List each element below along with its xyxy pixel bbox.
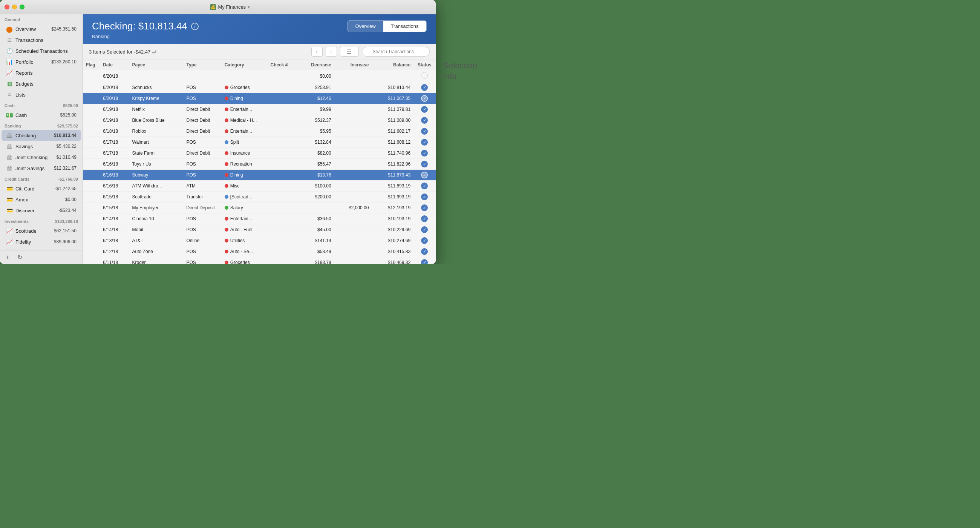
status-check-icon[interactable]: ✓ <box>421 95 428 102</box>
col-header-check[interactable]: Check # <box>267 60 297 70</box>
cell-status[interactable]: ✓ <box>414 257 435 264</box>
status-check-icon[interactable]: ✓ <box>421 183 428 189</box>
status-check-icon[interactable]: ✓ <box>421 172 428 179</box>
cell-status[interactable]: ✓ <box>414 191 435 203</box>
transactions-table-container[interactable]: Flag Date Payee Type Category Check # De… <box>83 60 436 264</box>
cell-status[interactable]: ✓ <box>414 93 435 104</box>
table-row[interactable]: 6/16/18ATM Withdra...ATMMisc$100.00$11,8… <box>83 181 436 191</box>
table-row[interactable]: 6/17/18WalmartPOSSplit$132.84$11,608.12✓ <box>83 137 436 148</box>
status-check-icon[interactable]: ✓ <box>421 150 428 156</box>
cell-type: ATM <box>184 181 222 191</box>
add-transaction-button[interactable]: + <box>311 47 323 57</box>
cell-payee: Subway <box>129 170 184 181</box>
sort-button[interactable]: ↕ <box>326 47 337 57</box>
search-input[interactable] <box>362 47 430 57</box>
table-row[interactable]: 6/12/18Auto ZonePOSAuto - Se...$53.49$10… <box>83 246 436 257</box>
status-check-icon[interactable]: ✓ <box>421 248 428 255</box>
cell-status[interactable]: ✓ <box>414 203 435 214</box>
col-header-balance[interactable]: Balance <box>372 60 414 70</box>
sidebar-item-reports[interactable]: 📈 Reports <box>2 67 81 78</box>
col-header-category[interactable]: Category <box>222 60 267 70</box>
sidebar-item-fidelity[interactable]: 📈 Fidelity $39,906.00 <box>2 236 81 247</box>
sidebar-item-savings[interactable]: 🏛 Savings $5,430.22 <box>2 141 81 152</box>
sidebar-item-amex[interactable]: 💳 Amex $0.00 <box>2 194 81 205</box>
table-row[interactable]: 6/15/18My EmployerDirect DepositSalary$2… <box>83 203 436 214</box>
title-dropdown-icon[interactable]: ▾ <box>248 5 250 10</box>
cell-status[interactable]: ✓ <box>414 246 435 257</box>
sidebar-section-credit: Credit Cards -$1,766.09 <box>0 174 83 183</box>
cell-status[interactable]: ✓ <box>414 82 435 93</box>
status-check-icon[interactable]: ✓ <box>421 106 428 113</box>
col-header-type[interactable]: Type <box>184 60 222 70</box>
sidebar-item-transactions[interactable]: ☰ Transactions <box>2 35 81 45</box>
table-row[interactable]: 6/14/18Cinema 10POSEntertain...$36.50$10… <box>83 214 436 224</box>
status-empty-icon[interactable] <box>421 72 428 79</box>
status-check-icon[interactable]: ✓ <box>421 139 428 145</box>
col-header-payee[interactable]: Payee <box>129 60 184 70</box>
status-check-icon[interactable]: ✓ <box>421 259 428 264</box>
overview-button[interactable]: Overview <box>347 21 383 32</box>
cell-status[interactable]: ✓ <box>414 214 435 224</box>
status-check-icon[interactable]: ✓ <box>421 204 428 211</box>
sidebar-item-citi[interactable]: 💳 Citi Card -$1,242.65 <box>2 183 81 194</box>
col-header-decrease[interactable]: Decrease <box>297 60 334 70</box>
table-row[interactable]: 6/16/18SubwayPOSDining$13.76$11,879.43✓ <box>83 170 436 181</box>
table-row[interactable]: 6/13/18AT&TOnlineUtilities$141.14$10,274… <box>83 235 436 246</box>
cell-status[interactable]: ✓ <box>414 224 435 235</box>
sidebar-item-scheduled[interactable]: 🕐 Scheduled Transactions <box>2 46 81 56</box>
cell-status[interactable]: ✓ <box>414 104 435 115</box>
table-row[interactable]: 6/20/18SchnucksPOSGroceries$253.91$10,81… <box>83 82 436 93</box>
cell-date: 6/19/18 <box>100 104 129 115</box>
col-header-increase[interactable]: Increase <box>334 60 372 70</box>
cell-balance: $11,893.19 <box>372 181 414 191</box>
cell-status[interactable]: ✓ <box>414 181 435 191</box>
transactions-button[interactable]: Transactions <box>383 21 426 32</box>
sidebar-item-lists[interactable]: ≡ Lists <box>2 89 81 100</box>
col-header-flag: Flag <box>83 60 100 70</box>
status-check-icon[interactable]: ✓ <box>421 84 428 91</box>
sidebar-item-budgets[interactable]: ▦ Budgets <box>2 78 81 89</box>
status-check-icon[interactable]: ✓ <box>421 215 428 222</box>
sidebar-item-checking[interactable]: 🏛 Checking $10,813.44 <box>2 130 81 141</box>
sidebar-item-overview[interactable]: ⬤ Overview $245,351.50 <box>2 24 81 34</box>
cell-status[interactable]: ✓ <box>414 148 435 159</box>
sidebar-item-joint-checking[interactable]: 🏛 Joint Checking $1,010.49 <box>2 152 81 163</box>
minimize-button[interactable] <box>12 5 17 10</box>
table-row[interactable]: 6/14/18MobilPOSAuto - Fuel$45.00$10,229.… <box>83 224 436 235</box>
cell-status[interactable]: ✓ <box>414 115 435 126</box>
status-check-icon[interactable]: ✓ <box>421 161 428 167</box>
account-info-icon[interactable]: i <box>191 22 199 30</box>
sidebar-item-discover[interactable]: 💳 Discover -$523.44 <box>2 205 81 216</box>
status-check-icon[interactable]: ✓ <box>421 117 428 124</box>
status-check-icon[interactable]: ✓ <box>421 193 428 200</box>
sidebar-item-portfolio[interactable]: 📊 Portfolio $133,260.10 <box>2 57 81 67</box>
cell-status[interactable] <box>414 70 435 82</box>
cell-status[interactable]: ✓ <box>414 126 435 137</box>
sidebar-item-scottrade[interactable]: 📈 Scottrade $62,151.50 <box>2 225 81 236</box>
close-button[interactable] <box>5 5 10 10</box>
status-check-icon[interactable]: ✓ <box>421 237 428 244</box>
table-row[interactable]: 6/19/18NetflixDirect DebitEntertain...$9… <box>83 104 436 115</box>
status-check-icon[interactable]: ✓ <box>421 128 428 135</box>
table-row[interactable]: 6/15/18ScottradeTransfer[Scottrad...$200… <box>83 191 436 203</box>
maximize-button[interactable] <box>20 5 24 10</box>
table-row[interactable]: 6/20/18Krispy KremePOSDining$12.46$11,06… <box>83 93 436 104</box>
sidebar-item-cash[interactable]: 💵 Cash $525.00 <box>2 110 81 120</box>
status-check-icon[interactable]: ✓ <box>421 226 428 233</box>
refresh-button[interactable]: ↻ <box>15 253 24 262</box>
add-account-button[interactable]: + <box>3 253 12 262</box>
table-row[interactable]: 6/20/18$0.00 <box>83 70 436 82</box>
view-options-button[interactable]: ☰ <box>340 47 359 57</box>
table-row[interactable]: 6/16/18Toys r UsPOSRecreation$56.47$11,8… <box>83 159 436 170</box>
cell-status[interactable]: ✓ <box>414 137 435 148</box>
col-header-date[interactable]: Date <box>100 60 129 70</box>
sidebar-item-joint-savings[interactable]: 🏛 Joint Savings $12,321.67 <box>2 163 81 174</box>
cell-flag <box>83 246 100 257</box>
table-row[interactable]: 6/18/18RobloxDirect DebitEntertain...$5.… <box>83 126 436 137</box>
table-row[interactable]: 6/17/18State FarmDirect DebitInsurance$8… <box>83 148 436 159</box>
table-row[interactable]: 6/19/18Blue Cross BlueDirect DebitMedica… <box>83 115 436 126</box>
table-row[interactable]: 6/11/18KrogerPOSGroceries$193.79$10,469.… <box>83 257 436 264</box>
cell-status[interactable]: ✓ <box>414 170 435 181</box>
cell-status[interactable]: ✓ <box>414 235 435 246</box>
cell-status[interactable]: ✓ <box>414 159 435 170</box>
